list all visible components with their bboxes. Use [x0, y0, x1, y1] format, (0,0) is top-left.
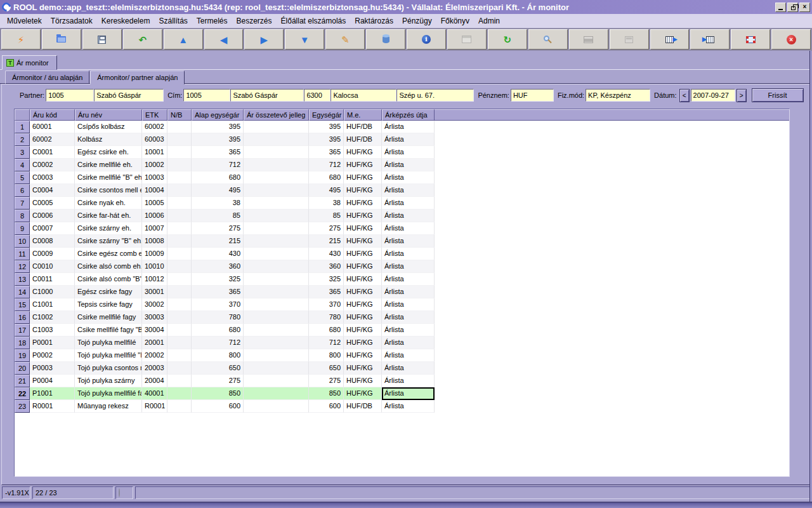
- cell-jelleg[interactable]: [244, 349, 309, 362]
- cell-alap[interactable]: 712: [192, 159, 244, 171]
- cell-jelleg[interactable]: [244, 375, 309, 387]
- cell-me[interactable]: HUF/KG: [344, 260, 382, 273]
- cell-jelleg[interactable]: [244, 286, 309, 298]
- column-header-me[interactable]: M.e.: [344, 109, 382, 121]
- search-button[interactable]: [528, 29, 568, 50]
- table-row-16[interactable]: 16C1002Csirke mellfilé fagy30003780780HU…: [15, 311, 789, 324]
- row-number[interactable]: 13: [15, 273, 30, 286]
- menu-item-raktarozas[interactable]: Raktározás: [350, 15, 398, 27]
- table-row-17[interactable]: 17C1003Csike mellfilé fagy "B"3000468068…: [15, 324, 789, 337]
- row-number[interactable]: 10: [15, 235, 30, 248]
- cell-kod[interactable]: C0004: [30, 184, 75, 197]
- cell-me[interactable]: HUF/KG: [344, 222, 382, 235]
- column-header-jelleg[interactable]: Ár összetevő jelleg: [244, 109, 309, 121]
- cell-ut[interactable]: Árlista: [382, 273, 435, 286]
- cell-nb[interactable]: [167, 337, 192, 349]
- cell-egysegar[interactable]: 365: [309, 286, 344, 298]
- cell-egysegar[interactable]: 360: [309, 260, 344, 273]
- cell-me[interactable]: HUF/KG: [344, 197, 382, 210]
- cell-alap[interactable]: 680: [192, 324, 244, 337]
- cell-ut[interactable]: Árlista: [382, 171, 435, 184]
- cell-alap[interactable]: 800: [192, 349, 244, 362]
- cell-jelleg[interactable]: [244, 210, 309, 222]
- menu-item-eloallat-elszamolas[interactable]: Élőállat elszámolás: [277, 15, 351, 27]
- cell-egysegar[interactable]: 370: [309, 298, 344, 311]
- cell-nev[interactable]: Csirke mellfilé "B" eh.: [75, 171, 142, 184]
- info-button[interactable]: i: [407, 29, 446, 50]
- city-input[interactable]: [331, 89, 396, 102]
- cell-kod[interactable]: R0001: [30, 400, 75, 413]
- cell-ut[interactable]: Árlista: [382, 362, 435, 375]
- cell-nev[interactable]: Egész csirke fagy: [75, 286, 142, 298]
- column-header-egysegar[interactable]: Egységár: [309, 109, 344, 121]
- column-header-ut[interactable]: Árképzés útja: [382, 109, 435, 121]
- subtab-armonitor-aru-alapjan[interactable]: Ármonitor / áru alapján: [5, 70, 89, 84]
- cell-etk[interactable]: 10001: [142, 146, 167, 159]
- edit-button[interactable]: ✎: [325, 29, 365, 50]
- cell-me[interactable]: HUF/KG: [344, 349, 382, 362]
- table-row-6[interactable]: 6C0004Csirke csontos mell eh.10004495495…: [15, 184, 789, 197]
- cell-etk[interactable]: 40001: [142, 387, 167, 400]
- column-header-rownum[interactable]: [15, 109, 30, 121]
- close-button[interactable]: ×: [799, 3, 810, 12]
- cell-ut[interactable]: Árlista: [382, 311, 435, 324]
- table-row-5[interactable]: 5C0003Csirke mellfilé "B" eh.10003680680…: [15, 171, 789, 184]
- street-input[interactable]: [396, 89, 474, 102]
- cell-kod[interactable]: C1001: [30, 298, 75, 311]
- table-row-1[interactable]: 160001Csípős kolbász60002395395HUF/DBÁrl…: [15, 121, 789, 133]
- cell-jelleg[interactable]: [244, 260, 309, 273]
- zip-input[interactable]: [304, 89, 331, 102]
- cell-etk[interactable]: 20002: [142, 349, 167, 362]
- table-row-21[interactable]: 21P0004Tojó pulyka szárny20004275275HUF/…: [15, 375, 789, 387]
- undo-button[interactable]: ↶: [123, 29, 162, 50]
- cell-alap[interactable]: 370: [192, 298, 244, 311]
- cell-jelleg[interactable]: [244, 184, 309, 197]
- cell-nb[interactable]: [167, 400, 192, 413]
- cell-etk[interactable]: 10007: [142, 222, 167, 235]
- cell-alap[interactable]: 85: [192, 210, 244, 222]
- currency-input[interactable]: [511, 89, 554, 102]
- cell-nev[interactable]: Csirke nyak eh.: [75, 197, 142, 210]
- cell-nb[interactable]: [167, 324, 192, 337]
- cell-nb[interactable]: [167, 184, 192, 197]
- cell-me[interactable]: HUF/KG: [344, 171, 382, 184]
- row-number[interactable]: 8: [15, 210, 30, 222]
- cell-kod[interactable]: C0009: [30, 248, 75, 260]
- row-number[interactable]: 12: [15, 260, 30, 273]
- cell-me[interactable]: HUF/KG: [344, 210, 382, 222]
- cell-nev[interactable]: Csípős kolbász: [75, 121, 142, 133]
- table-row-4[interactable]: 4C0002Csirke mellfilé eh.10002712712HUF/…: [15, 159, 789, 171]
- table-row-22[interactable]: 22P1001Tojó pulyka mellfilé fagy40001850…: [15, 387, 789, 400]
- next-record-button[interactable]: ▶: [244, 29, 284, 50]
- cell-me[interactable]: HUF/KG: [344, 387, 382, 400]
- cell-nev[interactable]: Tojó pulyka szárny: [75, 375, 142, 387]
- cell-ut[interactable]: Árlista: [382, 235, 435, 248]
- menu-item-muveletek[interactable]: Műveletek: [3, 15, 46, 27]
- table-import-button[interactable]: [690, 29, 730, 50]
- cell-etk[interactable]: 20004: [142, 375, 167, 387]
- cell-kod[interactable]: C0001: [30, 146, 75, 159]
- column-header-nev[interactable]: Áru név: [75, 109, 142, 121]
- cell-kod[interactable]: C0005: [30, 197, 75, 210]
- cell-ut[interactable]: Árlista: [382, 248, 435, 260]
- cell-egysegar[interactable]: 365: [309, 146, 344, 159]
- partner-name-input[interactable]: [94, 89, 164, 102]
- cell-jelleg[interactable]: [244, 235, 309, 248]
- cell-ut[interactable]: Árlista: [382, 324, 435, 337]
- table-row-12[interactable]: 12C0010Csirke alsó comb eh.10010360360HU…: [15, 260, 789, 273]
- cell-me[interactable]: HUF/KG: [344, 273, 382, 286]
- cell-egysegar[interactable]: 38: [309, 197, 344, 210]
- cell-ut[interactable]: Árlista: [382, 210, 435, 222]
- address-code-input[interactable]: [183, 89, 230, 102]
- cell-egysegar[interactable]: 275: [309, 375, 344, 387]
- menu-item-kereskedelem[interactable]: Kereskedelem: [97, 15, 155, 27]
- cell-nev[interactable]: Csirke mellfilé fagy: [75, 311, 142, 324]
- table-row-8[interactable]: 8C0006Csirke far-hát eh.100068585HUF/KGÁ…: [15, 210, 789, 222]
- column-header-kod[interactable]: Áru kód: [30, 109, 75, 121]
- cell-jelleg[interactable]: [244, 222, 309, 235]
- cell-etk[interactable]: 30003: [142, 311, 167, 324]
- cell-ut[interactable]: Árlista: [382, 286, 435, 298]
- cell-ut[interactable]: Árlista: [382, 387, 435, 400]
- cell-nb[interactable]: [167, 210, 192, 222]
- cell-kod[interactable]: C1003: [30, 324, 75, 337]
